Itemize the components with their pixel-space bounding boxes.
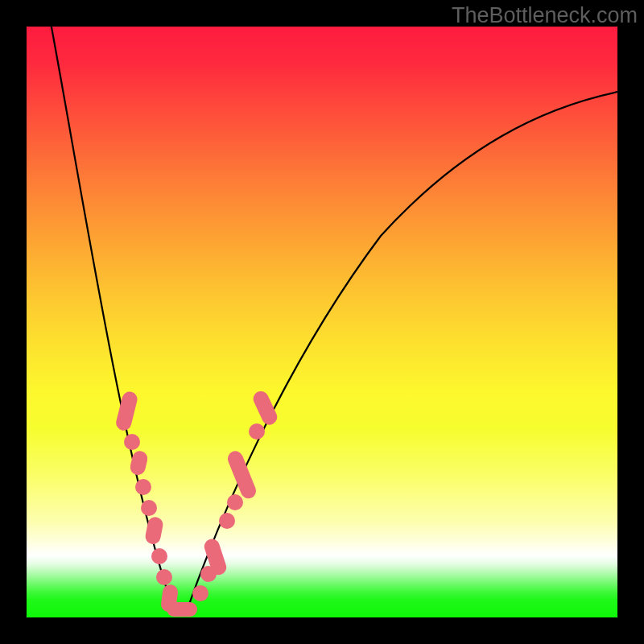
svg-point-16 xyxy=(249,423,265,440)
bottleneck-curve-svg xyxy=(27,27,617,617)
svg-point-3 xyxy=(135,479,151,495)
svg-point-13 xyxy=(219,513,235,529)
svg-point-6 xyxy=(151,548,167,564)
svg-point-10 xyxy=(192,585,208,601)
svg-point-4 xyxy=(141,500,157,516)
svg-rect-15 xyxy=(225,449,258,502)
svg-rect-0 xyxy=(114,390,138,432)
svg-point-14 xyxy=(227,494,243,510)
chart-stage: TheBottleneck.com xyxy=(0,0,644,644)
svg-point-1 xyxy=(124,434,140,450)
svg-rect-9 xyxy=(167,602,197,617)
plot-area xyxy=(27,27,617,617)
watermark: TheBottleneck.com xyxy=(452,3,638,28)
bottleneck-curve xyxy=(50,27,617,609)
svg-point-7 xyxy=(156,569,172,585)
